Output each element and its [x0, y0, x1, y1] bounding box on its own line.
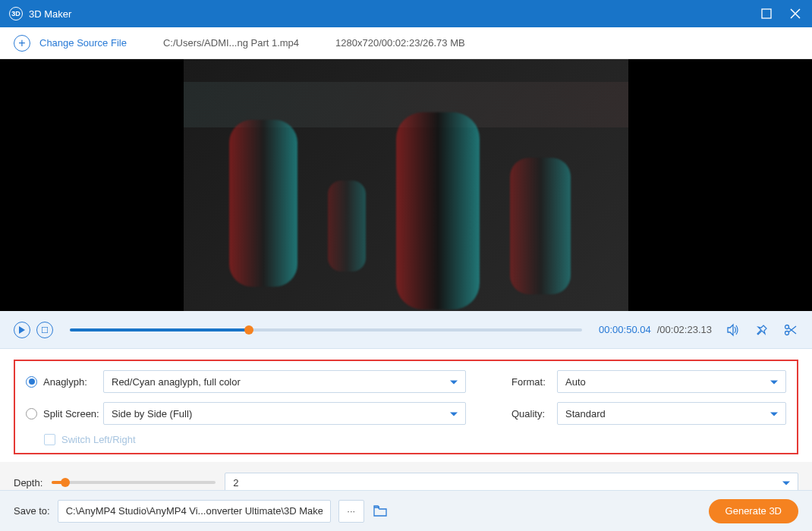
preview-frame — [184, 59, 628, 311]
maximize-button[interactable] — [759, 6, 774, 21]
depth-slider[interactable] — [52, 481, 216, 484]
time-total: /00:02:23.13 — [657, 324, 712, 335]
titlebar: 3D 3D Maker — [0, 0, 812, 27]
play-button[interactable] — [14, 322, 30, 338]
depth-label: Depth: — [14, 477, 42, 489]
svg-point-3 — [785, 331, 789, 335]
cut-icon[interactable] — [783, 322, 798, 338]
pin-icon[interactable] — [754, 322, 770, 338]
quality-label: Quality: — [511, 408, 557, 419]
switch-checkbox[interactable] — [44, 434, 55, 445]
svg-point-2 — [785, 325, 789, 328]
time-current: 00:00:50.04 — [599, 324, 651, 335]
options-highlight: Anaglyph: Red/Cyan anaglyph, full color … — [14, 360, 798, 454]
anaglyph-label: Anaglyph: — [43, 376, 87, 388]
file-path: C:/Users/ADMI...ng Part 1.mp4 — [163, 37, 299, 49]
split-select[interactable]: Side by Side (Full) — [103, 402, 466, 425]
open-folder-button[interactable] — [372, 503, 389, 520]
format-select[interactable]: Auto — [557, 370, 786, 393]
toolbar: + Change Source File C:/Users/ADMI...ng … — [0, 27, 812, 59]
anaglyph-select[interactable]: Red/Cyan anaglyph, full color — [103, 370, 466, 393]
window-title: 3D Maker — [29, 8, 759, 20]
generate-3d-button[interactable]: Generate 3D — [709, 499, 798, 523]
anaglyph-radio[interactable] — [26, 376, 37, 388]
video-preview — [0, 59, 812, 311]
settings-panel: Anaglyph: Red/Cyan anaglyph, full color … — [0, 349, 812, 462]
change-source-label: Change Source File — [39, 37, 127, 49]
split-label: Split Screen: — [43, 408, 99, 419]
app-icon: 3D — [9, 7, 23, 20]
save-to-label: Save to: — [14, 505, 50, 517]
save-path-input[interactable] — [58, 500, 331, 523]
change-source-button[interactable]: + Change Source File — [14, 35, 127, 52]
file-info: 1280x720/00:02:23/26.73 MB — [335, 37, 465, 49]
split-radio[interactable] — [26, 408, 37, 419]
format-label: Format: — [511, 376, 557, 388]
footer: Save to: ··· Generate 3D — [0, 490, 812, 531]
close-button[interactable] — [788, 6, 803, 21]
stop-button[interactable] — [36, 322, 53, 338]
progress-thumb[interactable] — [244, 325, 253, 335]
browse-button[interactable]: ··· — [338, 500, 364, 523]
svg-rect-0 — [762, 9, 771, 18]
switch-label: Switch Left/Right — [61, 434, 136, 445]
depth-row: Depth: 2 — [0, 462, 812, 492]
plus-icon: + — [14, 35, 30, 52]
volume-icon[interactable] — [725, 322, 741, 338]
quality-select[interactable]: Standard — [557, 402, 786, 425]
svg-rect-1 — [42, 327, 48, 333]
playback-bar: 00:00:50.04/00:02:23.13 — [0, 311, 812, 349]
progress-slider[interactable] — [70, 328, 582, 331]
depth-thumb[interactable] — [61, 478, 70, 487]
